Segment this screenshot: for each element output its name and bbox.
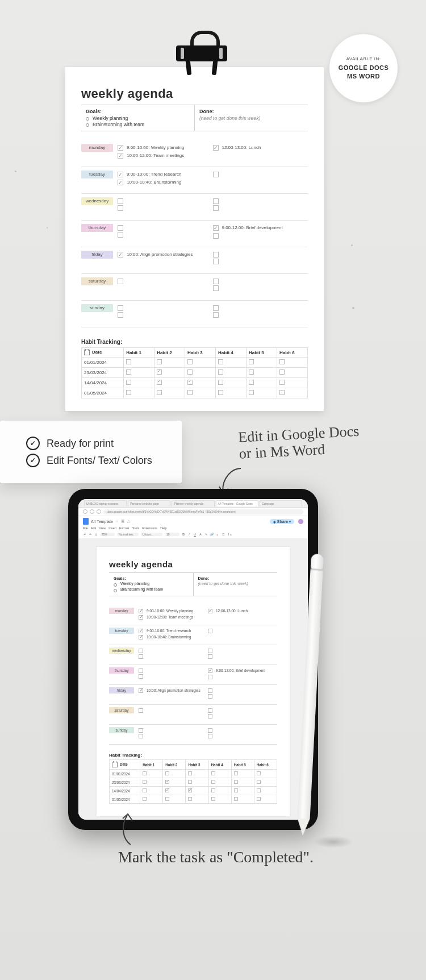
checkbox-icon[interactable] — [208, 609, 212, 613]
habit-checkbox[interactable] — [143, 797, 147, 801]
habit-checkbox[interactable] — [249, 380, 254, 385]
checkbox-icon[interactable] — [213, 233, 219, 239]
checkbox-icon[interactable] — [118, 225, 123, 231]
highlight-icon[interactable]: ✎ — [204, 532, 208, 537]
habit-checkbox[interactable] — [234, 780, 238, 784]
checkbox-icon[interactable] — [139, 674, 143, 679]
checkbox-icon[interactable] — [139, 688, 143, 693]
checkbox-icon[interactable] — [213, 198, 219, 204]
checkbox-icon[interactable] — [118, 252, 123, 258]
checkbox-icon[interactable] — [118, 279, 123, 284]
checkbox-icon[interactable] — [213, 252, 219, 258]
doc-page[interactable]: weekly agenda Goals: Weekly planningBrai… — [97, 547, 290, 816]
menu-edit[interactable]: Edit — [91, 526, 96, 530]
checkbox-icon[interactable] — [118, 232, 123, 238]
habit-checkbox[interactable] — [143, 771, 147, 775]
menu-tools[interactable]: Tools — [132, 526, 139, 530]
browser-tab[interactable]: Planner weekly agenda — [172, 500, 214, 506]
checkbox-icon[interactable] — [139, 629, 143, 633]
checkbox-icon[interactable] — [213, 172, 219, 177]
habit-checkbox[interactable] — [257, 771, 261, 775]
url-field[interactable]: docs.google.com/document/d/1YqGOAbDfTvEW… — [103, 509, 303, 514]
checkbox-icon[interactable] — [208, 688, 212, 693]
browser-tab[interactable]: Compage — [260, 500, 302, 506]
star-icon[interactable]: ☆ — [115, 519, 119, 524]
habit-checkbox[interactable] — [249, 390, 254, 395]
checkbox-icon[interactable] — [208, 629, 212, 633]
habit-checkbox[interactable] — [126, 359, 131, 364]
undo-icon[interactable]: ↶ — [83, 532, 86, 537]
checkbox-icon[interactable] — [213, 205, 219, 211]
font-select[interactable]: Urbani... — [141, 533, 162, 536]
checkbox-icon[interactable] — [208, 734, 212, 738]
list-icon[interactable]: ☰ — [222, 532, 225, 537]
habit-checkbox[interactable] — [249, 359, 254, 364]
italic-icon[interactable]: I — [187, 532, 191, 537]
habit-checkbox[interactable] — [187, 390, 193, 395]
checkbox-icon[interactable] — [139, 654, 143, 659]
habit-checkbox[interactable] — [234, 788, 238, 792]
checkbox-icon[interactable] — [213, 225, 219, 231]
underline-icon[interactable]: U — [193, 532, 197, 537]
checkbox-icon[interactable] — [139, 635, 143, 640]
checkbox-icon[interactable] — [213, 312, 219, 318]
habit-checkbox[interactable] — [257, 780, 261, 784]
habit-checkbox[interactable] — [157, 390, 162, 395]
habit-checkbox[interactable] — [188, 780, 192, 784]
menu-help[interactable]: Help — [160, 526, 166, 530]
habit-checkbox[interactable] — [279, 380, 285, 385]
checkbox-icon[interactable] — [118, 145, 123, 151]
habit-checkbox[interactable] — [257, 788, 261, 792]
checkbox-icon[interactable] — [208, 728, 212, 733]
habit-checkbox[interactable] — [211, 797, 215, 801]
habit-checkbox[interactable] — [165, 771, 169, 775]
checkbox-icon[interactable] — [139, 649, 143, 653]
habit-checkbox[interactable] — [187, 359, 193, 364]
habit-checkbox[interactable] — [126, 369, 131, 375]
checkbox-icon[interactable] — [139, 728, 143, 733]
nav-reload-icon[interactable] — [97, 509, 101, 514]
habit-checkbox[interactable] — [126, 380, 131, 385]
habit-checkbox[interactable] — [157, 380, 162, 385]
habit-checkbox[interactable] — [157, 359, 162, 364]
habit-checkbox[interactable] — [188, 797, 192, 801]
habit-checkbox[interactable] — [188, 771, 192, 775]
browser-tab[interactable]: Personal website page — [128, 500, 170, 506]
habit-checkbox[interactable] — [187, 380, 193, 385]
checkbox-icon[interactable] — [118, 305, 123, 311]
checkbox-icon[interactable] — [139, 668, 143, 673]
habit-checkbox[interactable] — [257, 797, 261, 801]
checkbox-icon[interactable] — [118, 172, 123, 177]
habit-checkbox[interactable] — [279, 390, 285, 395]
menu-format[interactable]: Format — [119, 526, 129, 530]
browser-tab[interactable]: A4 Template - Google Docs — [216, 500, 258, 506]
habit-checkbox[interactable] — [165, 788, 169, 792]
checkbox-icon[interactable] — [213, 305, 219, 311]
folder-icon[interactable]: ▣ — [121, 519, 125, 524]
checkbox-icon[interactable] — [139, 734, 143, 738]
checkbox-icon[interactable] — [208, 654, 212, 659]
checkbox-icon[interactable] — [208, 694, 212, 699]
habit-checkbox[interactable] — [211, 771, 215, 775]
checkbox-icon[interactable] — [118, 312, 123, 318]
profile-avatar[interactable] — [298, 519, 303, 524]
checkbox-icon[interactable] — [208, 668, 212, 673]
habit-checkbox[interactable] — [218, 390, 223, 395]
link-icon[interactable]: 🔗 — [210, 532, 214, 537]
habit-checkbox[interactable] — [143, 780, 147, 784]
checkbox-icon[interactable] — [118, 153, 123, 159]
habit-checkbox[interactable] — [218, 380, 223, 385]
checkbox-icon[interactable] — [118, 198, 123, 204]
habit-checkbox[interactable] — [234, 771, 238, 775]
doc-name[interactable]: A4 Template — [91, 520, 113, 524]
bullet-icon[interactable]: ⋮≡ — [227, 532, 232, 537]
browser-tab[interactable]: UNBLOC signup success — [84, 500, 127, 506]
checkbox-icon[interactable] — [208, 708, 212, 713]
habit-checkbox[interactable] — [249, 369, 254, 375]
style-select[interactable]: Normal text — [117, 533, 139, 536]
bold-icon[interactable]: B — [182, 532, 185, 537]
nav-back-icon[interactable] — [83, 509, 87, 514]
habit-checkbox[interactable] — [211, 780, 215, 784]
textcolor-icon[interactable]: A — [199, 532, 202, 537]
checkbox-icon[interactable] — [139, 609, 143, 613]
